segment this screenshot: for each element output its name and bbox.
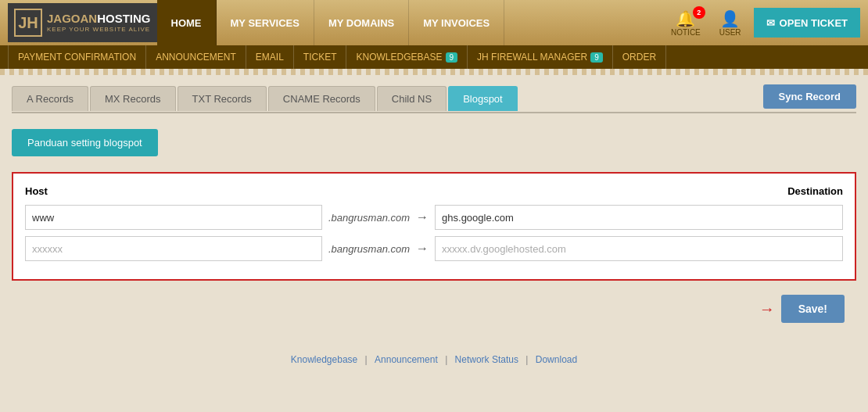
nav-my-invoices[interactable]: MY INVOICES (409, 0, 504, 45)
sub-nav-payment-confirmation[interactable]: PAYMENT CONFIRMATION (8, 45, 146, 69)
sub-nav-jh-firewall[interactable]: JH FIREWALL MANAGER 9 (468, 45, 613, 69)
arrow-icon-2: → (416, 242, 429, 256)
open-ticket-button[interactable]: ✉ OPEN TICKET (754, 8, 860, 38)
tab-a-records[interactable]: A Records (12, 86, 88, 111)
dest-input-1[interactable] (435, 205, 843, 230)
footer-network-status[interactable]: Network Status (455, 354, 518, 365)
logo-name-part1: JAGOAN (47, 12, 97, 25)
notice-btn[interactable]: 🔔 2 NOTICE (665, 6, 707, 40)
footer-download[interactable]: Download (536, 354, 577, 365)
top-header: JH JAGOANHOSTING KEEP YOUR WEBSITE ALIVE… (0, 0, 868, 45)
sub-nav-ticket[interactable]: TICKET (294, 45, 347, 69)
logo-name-part2: HOSTING (97, 12, 150, 25)
tabs-container: A Records MX Records TXT Records CNAME R… (0, 75, 868, 112)
main-nav: HOME MY SERVICES MY DOMAINS MY INVOICES … (157, 0, 860, 45)
firewall-badge: 9 (590, 52, 603, 63)
logo-box: JH JAGOANHOSTING KEEP YOUR WEBSITE ALIVE (8, 3, 157, 42)
domain-label-2: .bangrusman.com (328, 243, 410, 255)
arrow-icon-1: → (416, 210, 429, 224)
user-btn[interactable]: 👤 USER (713, 6, 748, 40)
envelope-icon: ✉ (766, 17, 775, 29)
tab-mx-records[interactable]: MX Records (90, 86, 176, 111)
save-row: → Save! (12, 288, 856, 323)
knowledgebase-badge: 9 (446, 52, 458, 63)
save-arrow-icon: → (759, 300, 775, 318)
tab-child-ns[interactable]: Child NS (377, 86, 447, 111)
sub-nav-announcement[interactable]: ANNOUNCEMENT (146, 45, 246, 69)
sub-nav-email[interactable]: EMAIL (246, 45, 294, 69)
form-row-2: .bangrusman.com → (25, 236, 843, 261)
form-row-1: .bangrusman.com → (25, 205, 843, 230)
host-input-1[interactable] (25, 205, 322, 230)
footer: Knowledgebase | Announcement | Network S… (0, 339, 868, 381)
dest-header: Destination (787, 185, 843, 197)
notice-label: NOTICE (671, 28, 701, 37)
content-area: Panduan setting blogspot Host Destinatio… (0, 113, 868, 339)
tab-cname-records[interactable]: CNAME Records (268, 86, 375, 111)
sync-record-button[interactable]: Sync Record (763, 84, 856, 109)
nav-home[interactable]: HOME (157, 0, 217, 45)
records-form: Host Destination .bangrusman.com → .bang… (12, 172, 856, 281)
notice-badge: 2 (693, 6, 705, 19)
panduan-button[interactable]: Panduan setting blogspot (12, 129, 158, 156)
sub-nav-knowledgebase[interactable]: KNOWLEDGEBASE 9 (346, 45, 468, 69)
user-icon: 👤 (720, 9, 740, 28)
user-label: USER (719, 28, 741, 37)
logo-text-area: JAGOANHOSTING KEEP YOUR WEBSITE ALIVE (47, 13, 151, 33)
nav-my-services[interactable]: MY SERVICES (217, 0, 314, 45)
open-ticket-label: OPEN TICKET (780, 17, 848, 29)
save-button[interactable]: Save! (781, 295, 845, 323)
dest-input-2[interactable] (435, 236, 843, 261)
logo-sub: KEEP YOUR WEBSITE ALIVE (47, 26, 151, 33)
host-input-2[interactable] (25, 236, 322, 261)
tab-txt-records[interactable]: TXT Records (178, 86, 267, 111)
nav-my-domains[interactable]: MY DOMAINS (314, 0, 409, 45)
logo-name: JAGOANHOSTING (47, 13, 151, 26)
wavy-divider (0, 69, 868, 75)
nav-right: 🔔 2 NOTICE 👤 USER ✉ OPEN TICKET (665, 0, 860, 45)
sub-nav-order[interactable]: ORDER (613, 45, 666, 69)
host-header: Host (25, 185, 48, 197)
footer-announcement[interactable]: Announcement (375, 354, 438, 365)
sub-nav: PAYMENT CONFIRMATION ANNOUNCEMENT EMAIL … (0, 45, 868, 69)
form-header: Host Destination (25, 185, 843, 197)
footer-knowledgebase[interactable]: Knowledgebase (291, 354, 357, 365)
domain-label-1: .bangrusman.com (328, 212, 410, 224)
tab-blogspot[interactable]: Blogspot (448, 86, 518, 111)
logo-icon: JH (14, 9, 42, 37)
